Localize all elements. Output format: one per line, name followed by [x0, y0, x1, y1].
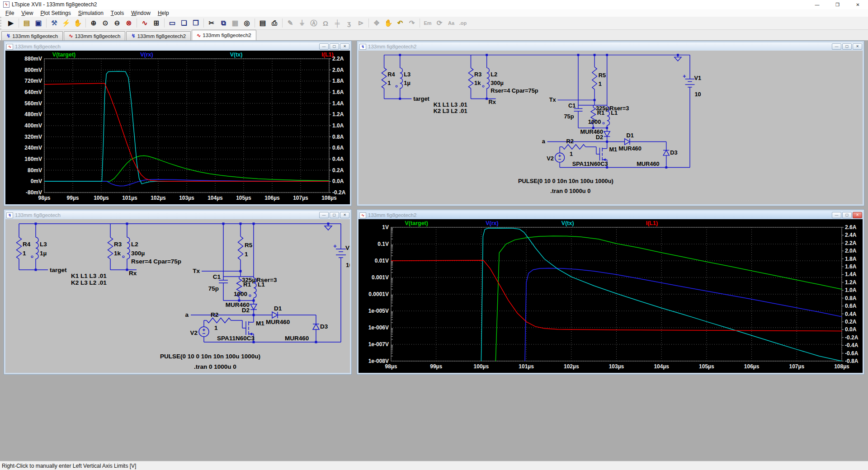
schematic-label: 300µ: [131, 250, 145, 257]
child-close-button[interactable]: ✕: [340, 43, 349, 50]
legend-V(tx)[interactable]: V(tx): [561, 220, 574, 226]
child-window-waveform-fig8geotech2[interactable]: ∿ 133mm fig8geotech2 — ▢ ✕ 1V0.1V0.01V0.…: [357, 209, 864, 375]
waveform-chart: 1V0.1V0.01V0.001V0.0001V1e-005V1e-006V1e…: [359, 219, 863, 373]
legend-V(tx)[interactable]: V(tx): [230, 52, 243, 58]
schematic-label: PULSE(0 10 0 10n 10n 100u 1000u): [160, 353, 260, 360]
find-icon[interactable]: ◎: [241, 18, 253, 29]
waveform-pane[interactable]: 1V0.1V0.01V0.001V0.0001V1e-005V1e-006V1e…: [359, 219, 863, 373]
legend-V(rx)[interactable]: V(rx): [140, 52, 153, 58]
menu-item-simulation[interactable]: Simulation: [75, 9, 107, 17]
schematic-icon: ↯: [131, 33, 135, 39]
minimize-button[interactable]: —: [807, 0, 827, 9]
zoom-in-icon[interactable]: ⊕: [88, 18, 99, 29]
maximize-button[interactable]: ❐: [827, 0, 848, 9]
y-axis-left-label: 240mV: [24, 145, 42, 151]
zoom-full-icon[interactable]: ⊗: [123, 18, 135, 29]
child-title-bar[interactable]: ↯ 133mm fig8geotech — ▢ ✕: [5, 211, 350, 219]
y-axis-right-label: 1.6A: [845, 263, 857, 270]
child-minimize-button[interactable]: —: [319, 212, 329, 218]
x-axis-label: 98µs: [38, 195, 51, 201]
schematic-label: target: [50, 267, 67, 273]
print-preview-icon[interactable]: ▤: [257, 18, 269, 29]
zoom-back-icon[interactable]: ⊙: [99, 18, 111, 29]
tab-3-133mm-fig8geotech2[interactable]: ∿133mm fig8geotech2: [192, 30, 256, 40]
schematic-label: 1000: [588, 118, 601, 125]
schematic-label: Rx: [488, 99, 496, 105]
child-minimize-button[interactable]: —: [319, 43, 329, 50]
control-panel-icon[interactable]: ⚒: [48, 18, 60, 29]
child-close-button[interactable]: ✕: [853, 212, 862, 218]
legend-V(target)[interactable]: V(target): [52, 52, 75, 58]
tile-horizontal-icon[interactable]: ▭: [166, 18, 178, 29]
legend-V(target)[interactable]: V(target): [405, 220, 428, 226]
y-axis-left-label: 0mV: [31, 178, 42, 184]
schematic-pane[interactable]: R41L31µtargetR31kL2300µRser=4 Cpar=75pRx…: [5, 219, 350, 373]
child-close-button[interactable]: ✕: [340, 212, 349, 218]
x-axis-label: 106µs: [264, 195, 280, 201]
child-window-schematic-fig8geotech2[interactable]: ↯ 133mm fig8geotech2 — ▢ ✕ R41L31µtarget…: [357, 41, 864, 206]
x-axis-label: 99µs: [67, 195, 79, 201]
status-bar: Right-Click to manually enter Left Verti…: [0, 461, 868, 470]
child-window-controls: — ▢ ✕: [319, 212, 349, 218]
toolbar-separator: [203, 19, 204, 28]
y-axis-right-label: 0.8A: [845, 295, 857, 301]
child-title-bar[interactable]: ↯ 133mm fig8geotech2 — ▢ ✕: [359, 42, 863, 51]
zoom-out-icon[interactable]: ⊖: [111, 18, 123, 29]
print-icon[interactable]: ⎙: [269, 18, 280, 29]
halt-icon[interactable]: ⚡: [60, 18, 72, 29]
child-close-button[interactable]: ✕: [853, 43, 862, 50]
y-axis-right-label: 1.8A: [845, 256, 857, 262]
schematic-icon: ↯: [6, 212, 13, 218]
schematic-icon: ↯: [359, 44, 366, 50]
tile-vertical-icon[interactable]: ❏: [178, 18, 190, 29]
schematic-pane[interactable]: R41L31µtargetR31kL2300µRser=4 Cpar=75pRx…: [359, 51, 863, 204]
run-icon[interactable]: ▶: [5, 18, 17, 29]
y-axis-left-label: 0.1V: [377, 241, 389, 247]
cascade-icon[interactable]: ❐: [190, 18, 202, 29]
child-maximize-button[interactable]: ▢: [842, 212, 852, 218]
schematic-icon: ↯: [6, 33, 10, 39]
child-window-controls: — ▢ ✕: [832, 212, 862, 218]
schematic-label: V1: [345, 244, 350, 251]
schematic-label: Rser=4 Cpar=75p: [131, 258, 181, 265]
menu-item-plot-settings[interactable]: Plot Settings: [37, 9, 74, 17]
child-window-waveform-fig8geotech[interactable]: ∿ 133mm fig8geotech — ▢ ✕ 880mV800mV720m…: [4, 41, 352, 206]
child-minimize-button[interactable]: —: [832, 212, 841, 218]
mdi-area: ∿ 133mm fig8geotech — ▢ ✕ 880mV800mV720m…: [0, 41, 868, 461]
child-title-bar[interactable]: ∿ 133mm fig8geotech — ▢ ✕: [5, 42, 350, 51]
child-window-schematic-fig8geotech[interactable]: ↯ 133mm fig8geotech — ▢ ✕ R41L31µtargetR…: [4, 209, 352, 375]
tab-0-133mm-fig8geotech[interactable]: ↯133mm fig8geotech: [1, 31, 63, 40]
tab-2-133mm-fig8geotech2[interactable]: ↯133mm fig8geotech2: [126, 31, 191, 40]
child-minimize-button[interactable]: —: [832, 43, 841, 50]
child-maximize-button[interactable]: ▢: [330, 43, 339, 50]
close-button[interactable]: ✕: [848, 0, 868, 9]
child-window-controls: — ▢ ✕: [319, 43, 349, 50]
waveform-pane[interactable]: 880mV800mV720mV640mV560mV480mV400mV320mV…: [5, 51, 350, 204]
menu-item-tools[interactable]: Tools: [107, 9, 127, 17]
schematic-label: R5: [245, 242, 253, 249]
menu-item-help[interactable]: Help: [154, 9, 173, 17]
menu-item-view[interactable]: View: [18, 9, 37, 17]
tab-1-133mm-fig8geotech[interactable]: ∿133mm fig8geotech: [64, 31, 125, 40]
text-icon: Aa: [445, 18, 457, 29]
autorange-icon[interactable]: ∿: [139, 18, 151, 29]
menu-item-window[interactable]: Window: [127, 9, 154, 17]
legend-I(L1)[interactable]: I(L1): [646, 220, 658, 226]
legend-I(L1)[interactable]: I(L1): [321, 52, 333, 58]
copy-icon[interactable]: ⧉: [217, 18, 229, 29]
open-icon[interactable]: ▤: [21, 18, 33, 29]
schematic-label: .tran 0 1000u 0: [194, 363, 236, 370]
child-maximize-button[interactable]: ▢: [330, 212, 339, 218]
child-maximize-button[interactable]: ▢: [842, 43, 852, 50]
save-icon[interactable]: ▣: [33, 18, 44, 29]
plot-settings-icon[interactable]: ⊞: [151, 18, 162, 29]
cut-icon[interactable]: ✂: [206, 18, 217, 29]
y-axis-right-label: 1.0A: [332, 122, 344, 129]
child-title-bar[interactable]: ∿ 133mm fig8geotech2 — ▢ ✕: [359, 211, 863, 219]
y-axis-right-label: 1.2A: [332, 111, 344, 118]
window-controls: — ❐ ✕: [807, 0, 868, 9]
undo-icon[interactable]: ↶: [394, 18, 406, 29]
schematic-label: MUR460: [266, 319, 290, 325]
menu-item-file[interactable]: File: [2, 9, 18, 17]
legend-V(rx)[interactable]: V(rx): [486, 220, 498, 226]
